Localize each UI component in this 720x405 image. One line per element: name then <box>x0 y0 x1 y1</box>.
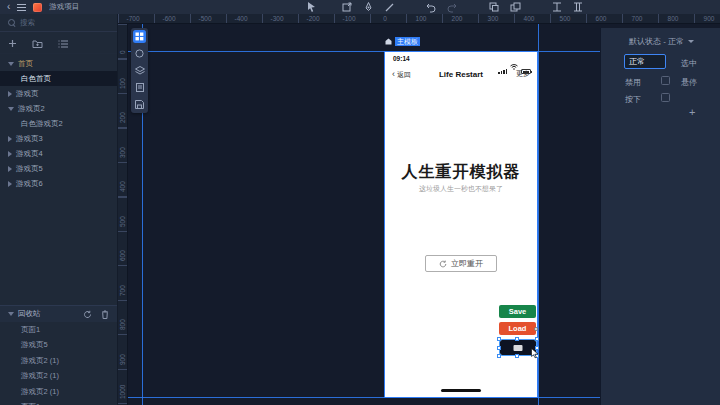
artboard-tool-icon[interactable] <box>341 1 353 13</box>
shapes-icon[interactable] <box>133 47 146 60</box>
page-tree-item[interactable]: 白色首页 <box>0 71 117 86</box>
page-label: 游戏页2 <box>18 104 45 114</box>
ruler-label: 900 <box>119 354 126 365</box>
state-disabled[interactable]: 禁用 <box>625 77 641 88</box>
artboard-label[interactable]: 主模板 <box>385 37 420 46</box>
pages-icon[interactable] <box>133 81 146 94</box>
add-state-button[interactable]: + <box>689 106 695 118</box>
default-state-header[interactable]: 默认状态 - 正常 <box>629 36 694 47</box>
page-tree-item[interactable]: 游戏页 <box>0 86 117 101</box>
chevron-right-icon[interactable] <box>8 166 12 172</box>
home-indicator <box>441 389 481 393</box>
pen-tool-icon[interactable] <box>362 1 374 13</box>
selection-handle[interactable] <box>497 337 501 341</box>
default-state-label: 默认状态 - 正常 <box>629 36 684 47</box>
ruler-label: 1000 <box>119 385 126 399</box>
ruler-label: 400 <box>524 15 535 22</box>
restart-button[interactable]: 立即重开 <box>425 255 497 272</box>
artboard-name[interactable]: 主模板 <box>395 37 420 46</box>
more-button[interactable]: 更多 <box>516 69 530 79</box>
page-label: 游戏页6 <box>16 179 43 189</box>
selection-handle[interactable] <box>535 337 539 341</box>
undo-icon[interactable] <box>425 1 437 13</box>
recycle-bin-item[interactable]: 游戏页2 (1) <box>0 384 118 400</box>
ruler-label: -100 <box>342 15 355 22</box>
assets-icon[interactable] <box>133 98 146 111</box>
add-folder-icon[interactable] <box>32 34 43 52</box>
redo-icon[interactable] <box>446 1 458 13</box>
page-tree-item[interactable]: 白色游戏页2 <box>0 116 117 131</box>
state-selected[interactable]: 选中 <box>681 58 697 69</box>
menu-icon[interactable] <box>17 4 26 11</box>
search-placeholder: 搜索 <box>20 18 35 28</box>
resize-handle[interactable] <box>534 327 538 331</box>
recycle-bin-item[interactable]: 页面1 <box>0 400 118 405</box>
guide-horizontal-bottom[interactable] <box>128 397 628 398</box>
ruler-label: 100 <box>416 15 427 22</box>
component-icon[interactable] <box>509 1 521 13</box>
vertical-ruler[interactable]: 01002003004005006007008009001000 <box>118 24 128 405</box>
ruler-label: -700 <box>126 15 139 22</box>
selection-handle[interactable] <box>515 354 519 358</box>
search-box[interactable]: 搜索 <box>0 14 117 32</box>
selection-handle[interactable] <box>497 346 501 350</box>
back-button[interactable]: ‹返回 <box>392 69 411 80</box>
recycle-bin-title: 回收站 <box>18 309 41 319</box>
state-pressed-checkbox[interactable] <box>661 93 670 102</box>
horizontal-ruler[interactable]: -700-600-500-400-300-200-100010020030040… <box>118 14 720 24</box>
project-title: 游戏项目 <box>49 2 79 12</box>
recycle-bin-item[interactable]: 游戏页2 (1) <box>0 353 118 369</box>
mouse-cursor-icon <box>531 344 539 362</box>
line-tool-icon[interactable] <box>383 1 395 13</box>
align-horizontal-icon[interactable] <box>572 1 584 13</box>
trash-icon[interactable] <box>101 310 109 319</box>
page-tree-item[interactable]: 游戏页4 <box>0 146 117 161</box>
status-time: 09:14 <box>393 55 410 62</box>
add-page-icon[interactable] <box>8 34 17 52</box>
chevron-down-icon[interactable] <box>8 107 14 111</box>
ruler-label: 700 <box>119 285 126 296</box>
selection-handle[interactable] <box>515 337 519 341</box>
page-tree-item[interactable]: 游戏页2 <box>0 101 117 116</box>
ruler-label: -200 <box>306 15 319 22</box>
page-label: 游戏页 <box>16 89 39 99</box>
recycle-bin-item[interactable]: 页面1 <box>0 322 118 338</box>
chevron-right-icon[interactable] <box>8 181 12 187</box>
chevron-right-icon[interactable] <box>8 91 12 97</box>
state-pressed[interactable]: 按下 <box>625 94 641 105</box>
guide-horizontal-top[interactable] <box>128 51 628 52</box>
restore-icon[interactable] <box>83 310 92 319</box>
widgets-icon[interactable] <box>133 30 146 43</box>
recycle-bin-header[interactable]: 回收站 <box>0 305 118 322</box>
recycle-bin-item[interactable]: 游戏页2 (1) <box>0 369 118 385</box>
back-icon[interactable]: ‹ <box>7 2 10 12</box>
load-button[interactable]: Load <box>499 322 536 335</box>
chevron-right-icon[interactable] <box>8 136 12 142</box>
cursor-tool-icon[interactable] <box>305 1 317 13</box>
page-tree-item[interactable]: 首页 <box>0 56 117 71</box>
ruler-label: 0 <box>119 50 126 54</box>
state-name-input[interactable]: 正常 <box>624 54 666 69</box>
selection-handle[interactable] <box>497 354 501 358</box>
ruler-label: 300 <box>119 147 126 158</box>
widget-content <box>514 345 523 351</box>
page-tree-item[interactable]: 游戏页3 <box>0 131 117 146</box>
state-hover[interactable]: 悬停 <box>681 77 697 88</box>
page-tree-item[interactable]: 游戏页6 <box>0 176 117 191</box>
list-view-icon[interactable] <box>58 34 68 52</box>
ruler-label: 0 <box>383 15 387 22</box>
top-bar: ‹ 游戏项目 <box>0 0 720 14</box>
selected-widget[interactable] <box>500 340 536 355</box>
boolean-group-icon[interactable] <box>488 1 500 13</box>
align-vertical-icon[interactable] <box>551 1 563 13</box>
chevron-down-icon[interactable] <box>8 62 14 66</box>
recycle-bin-item[interactable]: 游戏页5 <box>0 338 118 354</box>
save-button[interactable]: Save <box>499 305 536 318</box>
chevron-right-icon[interactable] <box>8 151 12 157</box>
ruler-label: 300 <box>488 15 499 22</box>
page-tree: 首页白色首页游戏页游戏页2白色游戏页2游戏页3游戏页4游戏页5游戏页6 <box>0 54 117 191</box>
page-tree-item[interactable]: 游戏页5 <box>0 161 117 176</box>
state-disabled-checkbox[interactable] <box>661 76 670 85</box>
layers-icon[interactable] <box>133 64 146 77</box>
phone-artboard[interactable]: 09:14 ‹返回 Life Restart 更多 人生重开模拟器 这垃圾人生一… <box>385 52 537 397</box>
